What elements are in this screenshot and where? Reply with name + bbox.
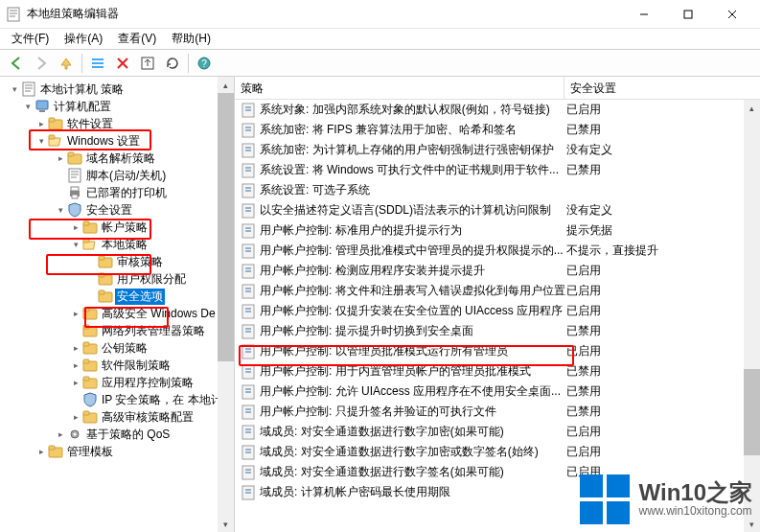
column-header-security[interactable]: 安全设置 — [564, 77, 760, 99]
tree-advanced-audit-config[interactable]: ▸高级审核策略配置 — [0, 408, 218, 426]
policy-row[interactable]: 用户帐户控制: 管理员批准模式中管理员的提升权限提示的... 不提示，直接提升 — [235, 241, 760, 261]
tree-deployed-printers[interactable]: ▸已部署的打印机 — [0, 184, 218, 201]
tree-admin-templates[interactable]: ▸管理模板 — [0, 443, 218, 460]
policy-name: 以安全描述符定义语言(SDDL)语法表示的计算机访问限制 — [260, 202, 566, 219]
list-scrollbar[interactable]: ▴ ▾ — [744, 100, 760, 532]
folder-open-icon — [48, 133, 63, 149]
policy-row[interactable]: 用户帐户控制: 用于内置管理员帐户的管理员批准模式 已禁用 — [235, 361, 760, 382]
up-button[interactable] — [55, 52, 78, 75]
scroll-down-icon[interactable]: ▾ — [744, 516, 760, 532]
maximize-button[interactable] — [666, 0, 710, 29]
toolbar — [0, 50, 760, 77]
folder-icon — [82, 358, 98, 373]
scroll-up-icon[interactable]: ▴ — [218, 77, 234, 93]
policy-row[interactable]: 系统加密: 将 FIPS 兼容算法用于加密、哈希和签名 已禁用 — [235, 120, 760, 140]
forward-button[interactable] — [30, 52, 53, 75]
scroll-icon — [21, 81, 36, 97]
policy-name: 域成员: 对安全通道数据进行数字加密(如果可能) — [260, 424, 566, 440]
policy-row[interactable]: 用户帐户控制: 以管理员批准模式运行所有管理员 已启用 — [235, 341, 760, 361]
minimize-button[interactable] — [622, 0, 666, 29]
gear-icon — [67, 427, 82, 442]
policy-row[interactable]: 用户帐户控制: 只提升签名并验证的可执行文件 已禁用 — [235, 402, 760, 422]
policy-row[interactable]: 用户帐户控制: 提示提升时切换到安全桌面 已禁用 — [235, 321, 760, 341]
list-body: 系统对象: 加强内部系统对象的默认权限(例如，符号链接) 已启用 系统加密: 将… — [235, 100, 760, 532]
tree-public-key-policies[interactable]: ▸公钥策略 — [0, 339, 218, 357]
help-button[interactable] — [193, 52, 216, 75]
tree-ip-security[interactable]: ▸IP 安全策略，在 本地计 — [0, 391, 218, 408]
svg-rect-25 — [684, 11, 692, 18]
menu-view[interactable]: 查看(V) — [110, 29, 164, 49]
policy-setting: 已启用 — [566, 283, 760, 299]
tree-network-list-manager[interactable]: ▸网络列表管理器策略 — [0, 322, 218, 339]
tree-root-label: 本地计算机 策略 — [38, 81, 126, 98]
tree-audit-policy[interactable]: ▸审核策略 — [0, 253, 218, 270]
tree-security-settings[interactable]: ▾安全设置 — [0, 201, 218, 219]
tree-scripts-startup-shutdown[interactable]: ▸脚本(启动/关机) — [0, 167, 218, 184]
policy-row[interactable]: 域成员: 计算机帐户密码最长使用期限 — [235, 482, 760, 502]
scroll-up-icon[interactable]: ▴ — [744, 100, 760, 116]
tree-local-policies[interactable]: ▾本地策略 — [0, 236, 218, 253]
policy-setting: 已启用 — [566, 444, 760, 460]
policy-setting: 已禁用 — [566, 404, 760, 420]
tree-app-control[interactable]: ▸应用程序控制策略 — [0, 374, 218, 391]
tree-software-restriction[interactable]: ▸软件限制策略 — [0, 357, 218, 374]
folder-icon — [82, 306, 98, 321]
delete-button[interactable] — [111, 52, 134, 75]
scroll-down-icon[interactable]: ▾ — [218, 516, 234, 532]
tree-scrollbar[interactable]: ▴ ▾ — [218, 77, 234, 532]
policy-row[interactable]: 用户帐户控制: 仅提升安装在安全位置的 UIAccess 应用程序 已启用 — [235, 301, 760, 321]
policy-name: 系统加密: 为计算机上存储的用户密钥强制进行强密钥保护 — [260, 142, 566, 158]
column-header-policy[interactable]: 策略 — [235, 77, 564, 99]
policy-row[interactable]: 域成员: 对安全通道数据进行数字加密(如果可能) 已启用 — [235, 422, 760, 442]
policy-setting: 已启用 — [566, 424, 760, 440]
policy-row[interactable]: 系统对象: 加强内部系统对象的默认权限(例如，符号链接) 已启用 — [235, 100, 760, 120]
menu-action[interactable]: 操作(A) — [57, 29, 110, 49]
policy-row[interactable]: 用户帐户控制: 检测应用程序安装并提示提升 已启用 — [235, 261, 760, 281]
policy-row[interactable]: 用户帐户控制: 标准用户的提升提示行为 提示凭据 — [235, 220, 760, 241]
back-button[interactable] — [5, 52, 28, 75]
tree-policy-based-qos[interactable]: ▸基于策略的 QoS — [0, 426, 218, 443]
policy-row[interactable]: 域成员: 对安全通道数据进行数字签名(如果可能) 已启用 — [235, 462, 760, 482]
export-list-button[interactable] — [136, 52, 159, 75]
toolbar-separator — [188, 54, 189, 73]
show-hide-tree-button[interactable] — [86, 52, 109, 75]
policy-icon — [241, 203, 256, 219]
policy-setting: 已禁用 — [566, 363, 760, 380]
tree-user-rights-assignment[interactable]: ▸用户权限分配 — [0, 270, 218, 288]
policy-icon — [241, 243, 256, 259]
policy-setting: 已禁用 — [566, 323, 760, 339]
tree-software-settings[interactable]: ▸软件设置 — [0, 115, 218, 132]
policy-row[interactable]: 系统设置: 可选子系统 — [235, 180, 760, 200]
tree-account-policies[interactable]: ▸帐户策略 — [0, 219, 218, 236]
policy-name: 系统加密: 将 FIPS 兼容算法用于加密、哈希和签名 — [260, 122, 566, 138]
folder-icon — [82, 375, 98, 390]
folder-icon — [98, 289, 113, 304]
policy-row[interactable]: 系统加密: 为计算机上存储的用户密钥强制进行强密钥保护 没有定义 — [235, 140, 760, 160]
tree-security-options[interactable]: ▸安全选项 — [0, 288, 218, 305]
policy-name: 用户帐户控制: 将文件和注册表写入错误虚拟化到每用户位置 — [260, 283, 566, 299]
policy-row[interactable]: 以安全描述符定义语言(SDDL)语法表示的计算机访问限制 没有定义 — [235, 200, 760, 220]
close-button[interactable] — [710, 0, 754, 29]
folder-open-icon — [82, 237, 98, 252]
refresh-button[interactable] — [161, 52, 184, 75]
tree-domain-resolution[interactable]: ▸域名解析策略 — [0, 150, 218, 167]
folder-icon — [48, 444, 63, 459]
policy-row[interactable]: 系统设置: 将 Windows 可执行文件中的证书规则用于软件... 已禁用 — [235, 160, 760, 180]
folder-icon — [98, 271, 113, 287]
policy-row[interactable]: 域成员: 对安全通道数据进行数字加密或数字签名(始终) 已启用 — [235, 442, 760, 462]
scroll-thumb[interactable] — [744, 369, 760, 455]
tree-windows-settings[interactable]: ▾Windows 设置 — [0, 132, 218, 150]
tree-windows-firewall[interactable]: ▸高级安全 Windows De — [0, 305, 218, 322]
policy-setting: 没有定义 — [566, 142, 760, 158]
menu-help[interactable]: 帮助(H) — [164, 29, 219, 49]
policy-name: 用户帐户控制: 提示提升时切换到安全桌面 — [260, 323, 566, 339]
scroll-thumb[interactable] — [218, 93, 234, 361]
tree-root-local-computer-policy[interactable]: ▾本地计算机 策略 — [0, 81, 218, 98]
tree-computer-config[interactable]: ▾计算机配置 — [0, 98, 218, 115]
policy-icon — [241, 364, 256, 380]
policy-icon — [241, 223, 256, 239]
policy-row[interactable]: 用户帐户控制: 允许 UIAccess 应用程序在不使用安全桌面... 已禁用 — [235, 382, 760, 402]
policy-row[interactable]: 用户帐户控制: 将文件和注册表写入错误虚拟化到每用户位置 已启用 — [235, 281, 760, 301]
menu-file[interactable]: 文件(F) — [4, 29, 57, 49]
folder-icon — [48, 116, 63, 131]
